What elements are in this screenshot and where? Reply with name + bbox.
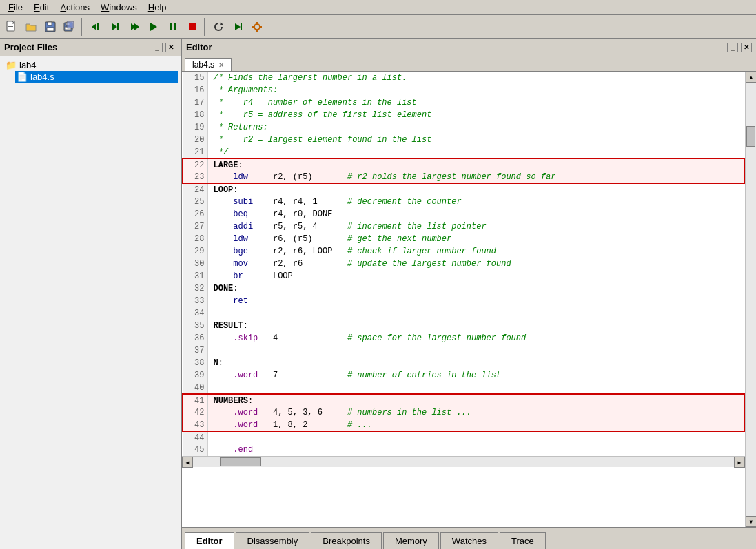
code-content[interactable]: * Arguments: — [207, 84, 744, 96]
step-into-button[interactable] — [106, 18, 124, 36]
code-content[interactable]: DONE: — [207, 282, 744, 295]
tab-trace-label: Trace — [511, 536, 534, 546]
line-number: 45 — [183, 444, 207, 456]
table-row: 37 — [183, 344, 744, 357]
code-scroll[interactable]: 15 /* Finds the largerst number in a lis… — [182, 72, 745, 527]
tab-close-button[interactable]: ✕ — [218, 61, 224, 69]
editor-controls: _ ✕ — [727, 43, 752, 52]
code-content[interactable] — [207, 307, 744, 320]
save-all-button[interactable] — [61, 18, 79, 36]
tree-item-lab4-file[interactable]: 📄 lab4.s — [15, 71, 178, 83]
scroll-right-button[interactable]: ▶ — [734, 457, 745, 468]
code-content[interactable]: * r4 = number of elements in the list — [207, 96, 744, 109]
tab-watches[interactable]: Watches — [440, 532, 498, 549]
code-content[interactable]: N: — [207, 357, 744, 369]
panel-minimize-button[interactable]: _ — [152, 43, 163, 52]
tab-watches-label: Watches — [452, 536, 487, 546]
code-content[interactable]: beq r4, r0, DONE — [207, 208, 744, 220]
code-content[interactable]: * r5 = address of the first list element — [207, 109, 744, 121]
h-scroll-track[interactable] — [193, 457, 734, 467]
code-content[interactable]: * Returns: — [207, 121, 744, 134]
menu-edit[interactable]: Edit — [28, 1, 54, 14]
tree-item-lab4-folder[interactable]: 📁 lab4 — [4, 59, 178, 71]
line-number: 27 — [183, 220, 207, 233]
scroll-down-button[interactable]: ▼ — [746, 516, 756, 527]
code-content[interactable]: addi r5, r5, 4 # increment the list poin… — [207, 220, 744, 233]
tab-disassembly[interactable]: Disassembly — [236, 532, 310, 549]
open-button[interactable] — [22, 18, 40, 36]
separator-1 — [81, 18, 84, 36]
svg-marker-16 — [134, 23, 139, 30]
step-forward-button[interactable] — [229, 18, 247, 36]
tab-trace[interactable]: Trace — [500, 532, 546, 549]
table-row: 33 ret — [183, 295, 744, 307]
code-content[interactable]: LARGE: — [207, 158, 744, 171]
code-content[interactable]: br LOOP — [207, 270, 744, 282]
separator-2 — [204, 18, 207, 36]
code-content[interactable]: * r2 = largest element found in the list — [207, 134, 744, 146]
v-scroll-track[interactable] — [746, 83, 756, 516]
tab-breakpoints[interactable]: Breakpoints — [311, 532, 382, 549]
project-panel-title: Project Files — [4, 42, 57, 52]
code-content[interactable]: subi r4, r4, 1 # decrement the counter — [207, 196, 744, 208]
table-row: 29 bge r2, r6, LOOP # check if larger nu… — [183, 245, 744, 258]
editor-close-button[interactable]: ✕ — [741, 43, 752, 52]
menu-file[interactable]: File — [3, 1, 28, 14]
line-number: 17 — [183, 96, 207, 109]
vertical-scrollbar[interactable]: ▲ ▼ — [745, 72, 756, 527]
run-button[interactable] — [145, 18, 163, 36]
tab-editor-label: Editor — [196, 536, 223, 546]
pause-button[interactable] — [164, 18, 182, 36]
code-content[interactable]: .skip 4 # space for the largest number f… — [207, 332, 744, 344]
code-content[interactable]: ldw r6, (r5) # get the next number — [207, 233, 744, 245]
code-content[interactable]: .word 1, 8, 2 # ... — [207, 419, 744, 431]
tab-memory[interactable]: Memory — [383, 532, 439, 549]
save-button[interactable] — [41, 18, 59, 36]
code-content[interactable]: ret — [207, 295, 744, 307]
code-content[interactable]: RESULT: — [207, 320, 744, 332]
editor-minimize-button[interactable]: _ — [727, 43, 738, 52]
table-row: 15 /* Finds the largerst number in a lis… — [183, 72, 744, 84]
horizontal-scrollbar[interactable]: ◀ ▶ — [182, 456, 745, 467]
code-content[interactable]: .word 4, 5, 3, 6 # numbers in the list .… — [207, 406, 744, 419]
code-content[interactable]: .end — [207, 444, 744, 456]
code-content[interactable]: /* Finds the largerst number in a list. — [207, 72, 744, 84]
scroll-left-button[interactable]: ◀ — [182, 457, 193, 468]
table-row: 36 .skip 4 # space for the largest numbe… — [183, 332, 744, 344]
line-number: 26 — [183, 208, 207, 220]
table-row: 22 LARGE: — [183, 158, 744, 171]
code-content[interactable]: mov r2, r6 # update the largest number f… — [207, 258, 744, 270]
code-content[interactable]: NUMBERS: — [207, 394, 744, 406]
scroll-up-button[interactable]: ▲ — [746, 72, 756, 83]
line-number: 19 — [183, 121, 207, 134]
h-scroll-thumb[interactable] — [220, 457, 261, 466]
tab-editor[interactable]: Editor — [185, 532, 234, 549]
tab-lab4s[interactable]: lab4.s ✕ — [185, 58, 232, 71]
step-back-button[interactable] — [87, 18, 105, 36]
code-content[interactable]: .word 7 # number of entries in the list — [207, 369, 744, 382]
table-row: 17 * r4 = number of elements in the list — [183, 96, 744, 109]
step-over-button[interactable] — [125, 18, 143, 36]
settings-button[interactable] — [248, 18, 266, 36]
code-content[interactable] — [207, 344, 744, 357]
menu-actions[interactable]: Actions — [54, 1, 95, 14]
menu-help[interactable]: Help — [143, 1, 172, 14]
code-content[interactable] — [207, 431, 744, 444]
new-file-button[interactable] — [3, 18, 21, 36]
panel-close-button[interactable]: ✕ — [165, 43, 176, 52]
code-content[interactable]: LOOP: — [207, 183, 744, 196]
table-row: 21 */ — [183, 146, 744, 158]
table-row: 20 * r2 = largest element found in the l… — [183, 134, 744, 146]
svg-point-24 — [254, 24, 260, 30]
line-number: 39 — [183, 369, 207, 382]
code-content[interactable]: */ — [207, 146, 744, 158]
v-scroll-thumb[interactable] — [746, 126, 755, 147]
code-content[interactable] — [207, 382, 744, 394]
stop-button[interactable] — [183, 18, 201, 36]
code-content[interactable]: bge r2, r6, LOOP # check if larger numbe… — [207, 245, 744, 258]
reset-button[interactable] — [210, 18, 227, 36]
code-content[interactable]: ldw r2, (r5) # r2 holds the largest numb… — [207, 171, 744, 183]
menu-windows[interactable]: Windows — [95, 1, 143, 14]
line-number: 35 — [183, 320, 207, 332]
table-row: 45 .end — [183, 444, 744, 456]
